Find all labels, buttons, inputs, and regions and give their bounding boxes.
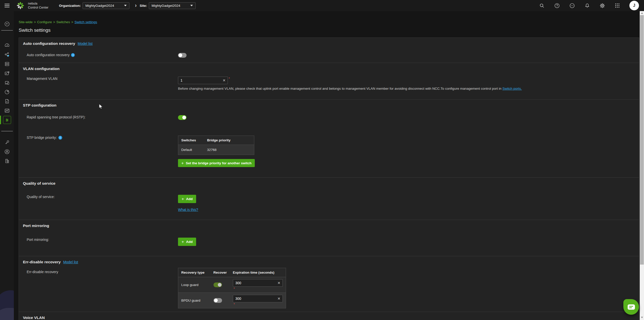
rstp-toggle[interactable] <box>178 115 187 120</box>
required-asterisk: * <box>229 77 230 80</box>
menu-icon[interactable] <box>5 4 10 7</box>
devices-icon <box>4 61 10 67</box>
loop-guard-toggle[interactable] <box>213 282 222 287</box>
breadcrumb-switches[interactable]: Switches <box>56 20 70 24</box>
site-select[interactable]: MightyGadget2024 <box>149 2 196 9</box>
sidebar-divider <box>1 131 13 131</box>
model-list-link[interactable]: Model list <box>63 260 78 264</box>
sidebar-divider <box>1 30 13 30</box>
sidebar-item-configure[interactable] <box>3 116 11 124</box>
trend-chart-icon <box>4 108 10 114</box>
management-vlan-note: Before changing management VLAN, please … <box>178 87 522 90</box>
section-heading: Quality of service <box>23 181 55 186</box>
section-port-mirroring: Port mirroring Port mirroring: + Add <box>19 220 639 256</box>
sidebar-item-spotlight[interactable] <box>3 20 11 28</box>
section-stp-configuration: STP configuration Rapid spanning tree pr… <box>19 100 639 178</box>
vertical-scrollbar[interactable] <box>640 11 644 320</box>
plus-icon: + <box>181 161 184 165</box>
key-icon <box>4 139 10 145</box>
auto-config-recovery-label: Auto configuration recovery <box>27 53 69 57</box>
auto-config-recovery-toggle[interactable] <box>178 53 187 58</box>
column-header-recovery-type: Recovery type <box>178 268 210 277</box>
info-icon[interactable]: i <box>58 136 62 140</box>
notifications-bell-icon[interactable] <box>584 3 590 9</box>
breadcrumb-site-wide[interactable]: Site-wide <box>19 20 33 24</box>
section-heading: VLAN configuration <box>23 67 60 71</box>
sidebar-nav <box>0 11 14 320</box>
page-title: Switch settings <box>19 27 640 33</box>
topbar-actions: J <box>539 1 639 10</box>
clear-input-icon[interactable]: ✕ <box>223 79 226 82</box>
sidebar-item-license[interactable] <box>3 138 11 147</box>
what-is-this-link[interactable]: What is this? <box>178 208 198 212</box>
model-list-link[interactable]: Model list <box>78 42 93 46</box>
switch-name-cell: Default <box>178 145 204 155</box>
support-person-icon <box>4 149 10 155</box>
breadcrumb-configure[interactable]: Configure <box>37 20 52 24</box>
section-quality-of-service: Quality of service Quality of service: +… <box>19 178 639 220</box>
recovery-type-cell: BPDU guard <box>178 293 210 308</box>
organization-value: MightyGadget2024 <box>85 4 114 8</box>
nebula-logo[interactable] <box>16 1 25 10</box>
dashboard-gauge-icon <box>4 42 10 48</box>
required-asterisk: * <box>234 287 235 291</box>
breadcrumb-chevron-icon: › <box>135 2 136 9</box>
scrollbar-thumb[interactable] <box>640 15 644 265</box>
set-bridge-priority-button[interactable]: + Set the bridge priority for another sw… <box>178 159 255 167</box>
help-icon[interactable] <box>554 3 560 9</box>
organization-label: Organization: <box>59 4 81 8</box>
apps-grid-icon[interactable] <box>614 3 620 9</box>
chevron-down-icon <box>190 5 193 6</box>
nebula-flower-icon <box>16 2 24 10</box>
breadcrumb-current[interactable]: Switch settings <box>75 20 97 24</box>
sidebar-item-report[interactable] <box>3 97 11 106</box>
column-header-expiration: Expiration time (seconds) <box>230 268 286 277</box>
sidebar-item-map[interactable] <box>3 69 11 78</box>
sidebar-item-organization[interactable] <box>3 157 11 165</box>
section-heading: Err-disable recovery <box>23 260 61 264</box>
stp-bridge-priority-label: STP bridge priority: <box>27 136 57 140</box>
table-row: Default 32768 <box>178 145 254 155</box>
scroll-down-arrow[interactable] <box>640 315 644 319</box>
switch-ports-link[interactable]: Switch ports. <box>503 87 522 90</box>
sidebar-item-topology[interactable] <box>3 50 11 59</box>
pie-chart-icon <box>4 89 10 95</box>
section-heading: Voice VLAN <box>23 315 45 320</box>
management-vlan-input[interactable] <box>178 77 228 84</box>
brand-line2: Control Center <box>28 6 48 10</box>
err-disable-recovery-label: Err-disable recovery <box>27 270 58 274</box>
loop-guard-expiration-input[interactable] <box>233 279 283 287</box>
qos-add-button[interactable]: + Add <box>178 195 196 203</box>
more-options-icon[interactable] <box>569 3 575 9</box>
search-icon[interactable] <box>539 3 545 9</box>
active-nav-indicator <box>0 116 1 124</box>
sidebar-item-devices[interactable] <box>3 60 11 68</box>
table-row-bpdu-guard: BPDU guard ✕ * <box>178 293 286 308</box>
required-asterisk: * <box>234 302 235 306</box>
chat-support-button[interactable] <box>623 299 639 315</box>
sidebar-item-clients[interactable] <box>3 78 11 87</box>
breadcrumb: Site-wide>Configure>Switches>Switch sett… <box>19 11 640 24</box>
organization-select[interactable]: MightyGadget2024 <box>83 2 129 9</box>
rstp-label: Rapid spanning tree protocol (RSTP): <box>27 115 85 119</box>
err-disable-table: Recovery type Recover Expiration time (s… <box>178 268 286 308</box>
section-heading: Auto configuration recovery <box>23 41 75 46</box>
clear-input-icon[interactable]: ✕ <box>277 297 280 300</box>
clear-input-icon[interactable]: ✕ <box>277 281 280 285</box>
building-icon <box>4 158 10 164</box>
info-icon[interactable]: i <box>71 53 75 57</box>
sidebar-item-summary-report[interactable] <box>3 88 11 96</box>
port-mirroring-label: Port mirroring: <box>27 238 49 242</box>
sidebar-item-support[interactable] <box>3 147 11 156</box>
sidebar-item-monitor[interactable] <box>3 106 11 115</box>
brand-text: nebula Control Center <box>28 2 48 10</box>
port-mirroring-add-button[interactable]: + Add <box>178 238 196 246</box>
scroll-up-arrow[interactable] <box>640 11 644 15</box>
bpdu-guard-expiration-input[interactable] <box>233 295 283 302</box>
bpdu-guard-toggle[interactable] <box>213 298 222 303</box>
user-avatar[interactable]: J <box>629 1 639 10</box>
sidebar-item-dashboard[interactable] <box>3 41 11 50</box>
settings-gear-icon[interactable] <box>599 3 605 9</box>
management-vlan-label: Management VLAN <box>27 77 57 81</box>
site-value: MightyGadget2024 <box>152 4 180 8</box>
